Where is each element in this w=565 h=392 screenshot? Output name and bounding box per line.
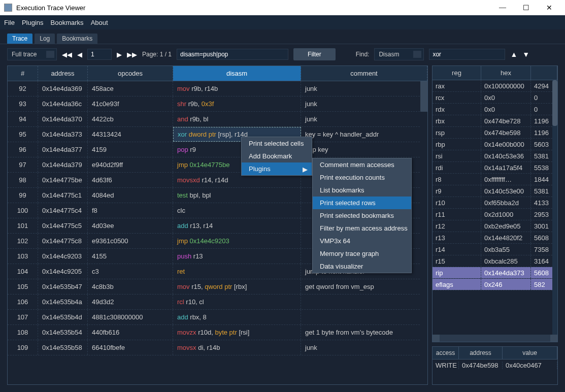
tab-log[interactable]: Log (35, 34, 55, 44)
menu-bookmarks[interactable]: Bookmarks (51, 19, 84, 26)
col-disasm[interactable]: disasm (173, 66, 301, 81)
scrollbar-h[interactable] (433, 335, 557, 342)
access-body[interactable]: WRITE0x474be5980x40ce0467 (433, 360, 557, 371)
table-row[interactable]: 960x14e4da3774159pop r9pop key (8, 142, 427, 157)
filter-input[interactable] (177, 49, 288, 60)
ctx-print-execution-counts[interactable]: Print execution counts (313, 171, 411, 184)
reg-col-val[interactable] (531, 66, 557, 80)
reg-row[interactable]: r120xb2ed9e053001 (433, 220, 557, 232)
tab-trace[interactable]: Trace (7, 34, 32, 44)
reg-row[interactable]: r80xffffffff…1844 (433, 174, 557, 185)
scrollbar-v[interactable] (420, 81, 427, 384)
page-label: Page: 1 / 1 (142, 51, 172, 58)
tab-bookmarks[interactable]: Bookmarks (57, 34, 97, 44)
reg-row[interactable]: eflags0x246582 (433, 279, 557, 290)
reg-row[interactable]: rbx0x474be7281196 (433, 115, 557, 127)
find-label: Find: (356, 51, 370, 58)
trace-header: #addressopcodesdisasmcomment (8, 66, 427, 81)
table-row[interactable]: 1060x14e535b4a49d3d2rcl r10, cl (8, 295, 427, 310)
menu-plugins[interactable]: Plugins (22, 19, 44, 26)
table-row[interactable]: 1090x14e535b5866410fbefemovsx di, r14bju… (8, 340, 427, 355)
titlebar: Execution Trace Viewer — ☐ ✕ (0, 0, 565, 15)
ctx-list-bookmarks[interactable]: List bookmarks (313, 184, 411, 197)
find-prev-button[interactable]: ▲ (510, 50, 517, 58)
scope-dropdown[interactable]: Full trace (7, 48, 57, 60)
ctx-data-visualizer[interactable]: Data visualizer (313, 260, 411, 273)
toolbar: Full trace ◀◀ ◀ ▶ ▶▶ Page: 1 / 1 Filter … (0, 44, 565, 66)
acc-col-access[interactable]: access (433, 347, 459, 359)
access-header: accessaddressvalue (433, 347, 557, 360)
reg-row[interactable]: r100xf65bba2d4133 (433, 197, 557, 209)
table-row[interactable]: 1070x14e535b4d4881c308000000add rbx, 8 (8, 310, 427, 325)
table-row[interactable]: 930x14e4da36c41c0e93fshr r9b, 0x3fjunk (8, 96, 427, 112)
reg-row[interactable]: r150xbcalc2853164 (433, 255, 557, 267)
reg-row[interactable]: rax0x1000000004294 (433, 80, 557, 92)
ctx-print-selected-cells[interactable]: Print selected cells (242, 137, 312, 150)
filter-button[interactable]: Filter (293, 48, 336, 60)
first-page-button[interactable]: ◀◀ (62, 51, 72, 58)
reg-col-reg[interactable]: reg (433, 66, 481, 80)
col-#[interactable]: # (8, 66, 38, 81)
menu-about[interactable]: About (91, 19, 108, 26)
maximize-button[interactable]: ☐ (514, 0, 538, 15)
context-submenu[interactable]: Comment mem accessesPrint execution coun… (312, 158, 412, 273)
col-address[interactable]: address (38, 66, 88, 81)
reg-row[interactable]: r140xb3a557358 (433, 244, 557, 255)
reg-header: reghex (433, 66, 557, 80)
reg-row[interactable]: r110x2d10002953 (433, 209, 557, 220)
registers-panel: reghex rax0x1000000004294rcx0x00rdx0x00r… (432, 66, 558, 342)
reg-row[interactable]: r90x140c53e005381 (433, 185, 557, 197)
access-row[interactable]: WRITE0x474be5980x40ce0467 (433, 360, 557, 371)
reg-body[interactable]: rax0x1000000004294rcx0x00rdx0x00rbx0x474… (433, 80, 557, 335)
ctx-comment-mem-accesses[interactable]: Comment mem accesses (313, 158, 411, 171)
acc-col-address[interactable]: address (459, 347, 503, 359)
app-icon (4, 4, 12, 12)
reg-col-hex[interactable]: hex (481, 66, 531, 80)
close-button[interactable]: ✕ (538, 0, 561, 15)
reg-row[interactable]: rsi0x140c53e365381 (433, 150, 557, 162)
reg-row[interactable]: r130x14e4820f25608 (433, 232, 557, 244)
last-page-button[interactable]: ▶▶ (127, 51, 137, 58)
access-panel: accessaddressvalue WRITE0x474be5980x40ce… (432, 346, 558, 385)
ctx-plugins[interactable]: Plugins▶ (242, 162, 312, 175)
reg-row[interactable]: rcx0x00 (433, 92, 557, 104)
find-mode-dropdown[interactable]: Disasm (374, 48, 424, 60)
menubar: FilePluginsBookmarksAbout (0, 15, 565, 29)
reg-row[interactable]: rdi0x14a17a5f45538 (433, 162, 557, 174)
table-row[interactable]: 940x14e4da3704422cband r9b, bljunk (8, 112, 427, 127)
next-page-button[interactable]: ▶ (117, 51, 122, 58)
reg-row[interactable]: rsp0x474be5981196 (433, 127, 557, 139)
reg-row[interactable]: rbp0x14e00b0005603 (433, 139, 557, 150)
prev-page-button[interactable]: ◀ (77, 51, 82, 58)
window-title: Execution Trace Viewer (16, 4, 491, 12)
col-opcodes[interactable]: opcodes (88, 66, 173, 81)
tabs: TraceLogBookmarks (0, 29, 565, 44)
acc-col-value[interactable]: value (503, 347, 557, 359)
context-menu[interactable]: Print selected cellsAdd BookmarkPlugins▶ (241, 137, 312, 176)
ctx-add-bookmark[interactable]: Add Bookmark (242, 150, 312, 162)
page-input[interactable] (87, 49, 112, 60)
ctx-filter-by-mem-access-address[interactable]: Filter by mem access address (313, 222, 411, 235)
find-next-button[interactable]: ▼ (522, 50, 529, 58)
minimize-button[interactable]: — (491, 0, 514, 15)
table-row[interactable]: 920x14e4da369458acemov r9b, r14bjunk (8, 81, 427, 96)
ctx-vmp3x-64[interactable]: VMP3x 64 (313, 235, 411, 247)
ctx-memory-trace-graph[interactable]: Memory trace graph (313, 247, 411, 260)
reg-row[interactable]: rdx0x00 (433, 104, 557, 115)
table-row[interactable]: 950x14e4da37344313424xor dword ptr [rsp]… (8, 127, 427, 142)
table-row[interactable]: 1080x14e535b54440fb616movzx r10d, byte p… (8, 325, 427, 340)
ctx-print-selected-bookmarks[interactable]: Print selected bookmarks (313, 209, 411, 222)
ctx-print-selected-rows[interactable]: Print selected rows (313, 197, 411, 209)
find-input[interactable] (429, 49, 505, 60)
scrollbar-v[interactable] (552, 80, 557, 335)
menu-file[interactable]: File (4, 19, 15, 26)
table-row[interactable]: 1050x14e535b474c8b3bmov r15, qword ptr [… (8, 279, 427, 295)
col-comment[interactable]: comment (301, 66, 427, 81)
reg-row[interactable]: rip0x14e4da3735608 (433, 267, 557, 279)
